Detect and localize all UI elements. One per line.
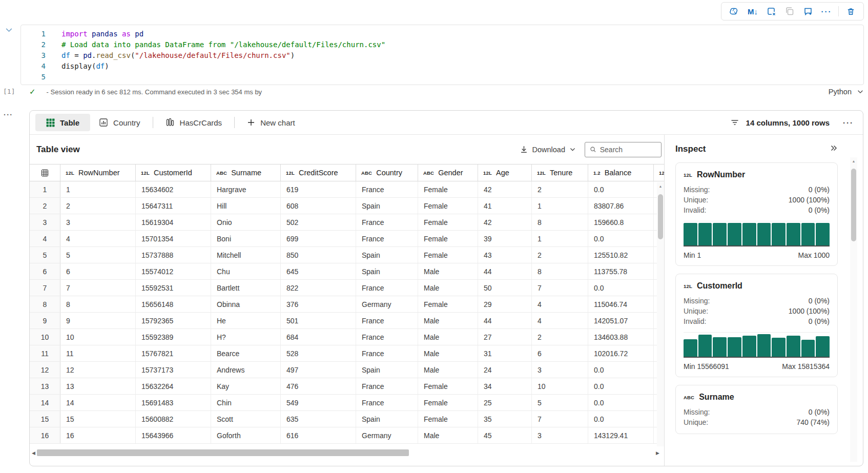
table-cell[interactable]: Onio [211, 214, 281, 230]
tab-country[interactable]: Country [90, 114, 149, 131]
table-cell[interactable]: 528 [281, 345, 356, 361]
table-cell[interactable]: Male [418, 329, 478, 345]
row-index-cell[interactable]: 5 [30, 247, 60, 263]
table-cell[interactable]: 113755.78 [588, 263, 654, 279]
code-editor[interactable]: 1import pandas as pd2# Load data into pa… [20, 25, 864, 85]
table-cell[interactable]: 11 [60, 345, 136, 361]
table-cell[interactable]: 2 [532, 329, 588, 345]
table-row[interactable]: 1115634602Hargrave619FranceFemale4220.0 [30, 181, 664, 198]
column-header[interactable]: ABCCountry [356, 164, 418, 181]
table-row[interactable]: 161615643966Goforth616GermanyMale4531431… [30, 427, 664, 444]
row-index-cell[interactable]: 8 [30, 296, 60, 312]
table-cell[interactable]: 44 [478, 263, 532, 279]
table-cell[interactable]: 7 [60, 280, 136, 296]
convert-to-markdown-icon[interactable]: M↓ [745, 4, 760, 18]
table-cell[interactable]: France [356, 214, 418, 230]
table-cell[interactable]: 15619304 [136, 214, 211, 230]
row-index-cell[interactable]: 14 [30, 395, 60, 410]
table-vertical-scrollbar[interactable]: ▲ [657, 182, 664, 446]
output-more-button[interactable]: ··· [843, 118, 854, 127]
table-cell[interactable]: Spain [356, 263, 418, 279]
download-button[interactable]: Download [520, 145, 576, 154]
table-cell[interactable]: France [356, 313, 418, 328]
table-cell[interactable]: 10 [60, 329, 136, 345]
collapse-panel-icon[interactable] [830, 144, 838, 154]
row-index-cell[interactable]: 11 [30, 345, 60, 361]
table-cell[interactable]: 5 [60, 247, 136, 263]
table-cell[interactable]: 7 [532, 280, 588, 296]
tab-table[interactable]: Table [35, 114, 90, 131]
table-cell[interactable]: Bearce [211, 345, 281, 361]
table-cell[interactable]: 10 [532, 378, 588, 394]
table-cell[interactable]: 41 [478, 198, 532, 214]
table-cell[interactable]: Male [418, 362, 478, 378]
table-cell[interactable]: 50 [478, 280, 532, 296]
table-row[interactable]: 2215647311Hill608SpainFemale41183807.86 [30, 198, 664, 214]
table-cell[interactable]: 15632264 [136, 378, 211, 394]
table-cell[interactable]: 1 [532, 231, 588, 246]
table-cell[interactable]: Male [418, 427, 478, 443]
table-cell[interactable]: 4 [532, 296, 588, 312]
table-cell[interactable]: 1 [532, 198, 588, 214]
table-cell[interactable]: France [356, 280, 418, 296]
table-cell[interactable]: Spain [356, 362, 418, 378]
scroll-right-arrow[interactable]: ▶ [656, 450, 659, 456]
table-cell[interactable]: 27 [478, 329, 532, 345]
table-cell[interactable]: Spain [356, 247, 418, 263]
table-cell[interactable]: 31 [478, 345, 532, 361]
table-cell[interactable]: 16 [60, 427, 136, 443]
table-cell[interactable]: 15592389 [136, 329, 211, 345]
table-cell[interactable]: France [356, 231, 418, 246]
row-index-cell[interactable]: 4 [30, 231, 60, 246]
table-cell[interactable]: Mitchell [211, 247, 281, 263]
copilot-icon[interactable] [727, 4, 742, 18]
table-row[interactable]: 5515737888Mitchell850SpainFemale43212551… [30, 247, 664, 263]
table-cell[interactable]: France [356, 378, 418, 394]
table-cell[interactable]: Germany [356, 427, 418, 443]
table-cell[interactable]: 42 [478, 214, 532, 230]
table-cell[interactable]: Germany [356, 296, 418, 312]
table-cell[interactable]: 0.0 [588, 280, 654, 296]
table-cell[interactable]: Scott [211, 411, 281, 427]
cell-more-button[interactable]: ··· [4, 111, 13, 119]
row-index-cell[interactable]: 7 [30, 280, 60, 296]
table-cell[interactable]: 0.0 [588, 231, 654, 246]
kernel-selector[interactable]: Python [829, 88, 864, 96]
table-cell[interactable]: 3 [60, 214, 136, 230]
table-cell[interactable]: Andrews [211, 362, 281, 378]
table-row[interactable]: 151515600882Scott635SpainFemale3570.0 [30, 411, 664, 427]
table-cell[interactable]: 15634602 [136, 181, 211, 197]
table-cell[interactable]: Male [418, 280, 478, 296]
table-cell[interactable]: 2 [532, 247, 588, 263]
table-cell[interactable]: 619 [281, 181, 356, 197]
table-cell[interactable]: 15701354 [136, 231, 211, 246]
table-row[interactable]: 101015592389H?684FranceMale272134603.88 [30, 329, 664, 345]
search-box[interactable] [585, 142, 662, 157]
row-index-cell[interactable]: 6 [30, 263, 60, 279]
table-cell[interactable]: 0.0 [588, 378, 654, 394]
scrollbar-thumb[interactable] [658, 194, 663, 239]
table-cell[interactable]: Spain [356, 198, 418, 214]
table-cell[interactable]: 83807.86 [588, 198, 654, 214]
search-input[interactable] [600, 146, 656, 154]
table-cell[interactable]: 142051.07 [588, 313, 654, 328]
table-cell[interactable]: 24 [478, 362, 532, 378]
table-cell[interactable]: Female [418, 296, 478, 312]
more-actions-icon[interactable]: ··· [819, 4, 834, 18]
table-cell[interactable]: 12 [60, 362, 136, 378]
table-cell[interactable]: Hargrave [211, 181, 281, 197]
table-cell[interactable]: 822 [281, 280, 356, 296]
table-cell[interactable]: 102016.72 [588, 345, 654, 361]
table-cell[interactable]: 35 [478, 411, 532, 427]
table-cell[interactable]: Obinna [211, 296, 281, 312]
row-index-cell[interactable]: 2 [30, 198, 60, 214]
row-index-cell[interactable]: 15 [30, 411, 60, 427]
table-cell[interactable]: 13 [60, 378, 136, 394]
clear-output-icon[interactable] [763, 4, 779, 18]
table-cell[interactable]: 2 [532, 181, 588, 197]
table-cell[interactable]: 2 [60, 198, 136, 214]
table-cell[interactable]: 34 [478, 378, 532, 394]
table-cell[interactable]: 4 [60, 231, 136, 246]
table-cell[interactable]: Bartlett [211, 280, 281, 296]
table-cell[interactable]: 0.0 [588, 362, 654, 378]
